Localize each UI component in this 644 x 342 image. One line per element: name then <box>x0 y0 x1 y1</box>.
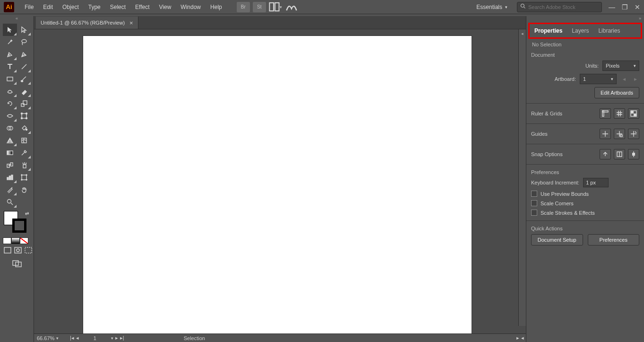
screen-mode-button[interactable] <box>0 257 34 272</box>
prev-artboard-icon[interactable]: ◂ <box>620 75 628 83</box>
bridge-icon[interactable]: Br <box>237 2 250 12</box>
pen-tool[interactable] <box>3 48 17 61</box>
swap-fill-stroke-icon[interactable]: ⇄ <box>25 211 29 216</box>
artboard[interactable] <box>83 36 472 333</box>
snap-grid-icon[interactable] <box>614 149 625 159</box>
curvature-tool[interactable] <box>17 48 31 61</box>
scale-tool[interactable] <box>17 97 31 110</box>
show-guides-icon[interactable] <box>600 129 611 139</box>
stock-icon[interactable]: St <box>253 2 266 12</box>
units-dropdown[interactable]: Pixels▾ <box>602 61 639 71</box>
menu-object[interactable]: Object <box>58 1 84 13</box>
live-paint-bucket-tool[interactable] <box>17 122 31 134</box>
grid-icon[interactable] <box>614 108 625 119</box>
line-segment-tool[interactable] <box>17 61 31 73</box>
perspective-grid-tool[interactable] <box>3 134 17 147</box>
column-graph-tool[interactable] <box>3 171 17 184</box>
eyedropper-tool[interactable] <box>17 147 31 159</box>
transparency-grid-icon[interactable] <box>628 108 639 119</box>
smart-guides-icon[interactable] <box>628 129 639 139</box>
fill-stroke-swatches[interactable]: ⇄ <box>0 208 34 237</box>
shape-builder-tool[interactable] <box>3 122 17 134</box>
artboard-tool[interactable] <box>17 171 31 184</box>
menu-select[interactable]: Select <box>105 1 130 13</box>
rectangle-tool[interactable] <box>3 73 17 85</box>
use-preview-bounds-row[interactable]: Use Preview Bounds <box>531 191 639 197</box>
toolbox-collapse-icon[interactable]: « <box>0 16 34 22</box>
expand-panels-icon[interactable]: ◂ <box>521 31 524 36</box>
document-tab[interactable]: Untitled-1 @ 66.67% (RGB/Preview) × <box>36 17 138 29</box>
type-tool[interactable] <box>3 61 17 73</box>
svg-rect-25 <box>23 165 26 168</box>
arrange-documents-icon[interactable]: ▾ <box>269 2 282 12</box>
slice-tool[interactable] <box>3 184 17 196</box>
ruler-icon[interactable] <box>600 108 611 119</box>
close-icon[interactable]: ✕ <box>635 3 640 11</box>
checkbox-icon[interactable] <box>531 210 537 216</box>
search-stock[interactable] <box>517 2 602 12</box>
menu-edit[interactable]: Edit <box>38 1 58 13</box>
eraser-tool[interactable] <box>17 85 31 97</box>
width-tool[interactable] <box>3 110 17 122</box>
lock-guides-icon[interactable] <box>614 129 625 139</box>
gpu-icon[interactable] <box>285 2 298 12</box>
snap-pixel-icon[interactable] <box>628 149 639 159</box>
edit-artboards-button[interactable]: Edit Artboards <box>594 87 639 98</box>
menu-help[interactable]: Help <box>206 1 227 13</box>
paintbrush-tool[interactable] <box>17 73 31 85</box>
menu-window[interactable]: Window <box>176 1 206 13</box>
scale-corners-row[interactable]: Scale Corners <box>531 200 639 206</box>
hscroll-left-icon[interactable]: ▸ <box>516 335 519 341</box>
snap-point-icon[interactable] <box>600 149 611 159</box>
draw-behind-icon[interactable] <box>14 247 22 255</box>
blend-tool[interactable] <box>3 159 17 171</box>
document-setup-button[interactable]: Document Setup <box>531 234 583 246</box>
keyboard-increment-input[interactable] <box>583 178 609 187</box>
color-mode-solid[interactable] <box>3 237 11 244</box>
draw-normal-icon[interactable] <box>4 247 11 255</box>
first-artboard-icon[interactable]: |◂ <box>70 335 74 341</box>
gradient-tool[interactable] <box>3 147 17 159</box>
mesh-tool[interactable] <box>17 134 31 147</box>
canvas[interactable]: ◂ <box>34 29 526 333</box>
lasso-tool[interactable] <box>17 36 31 48</box>
draw-inside-icon[interactable] <box>25 247 32 255</box>
menu-type[interactable]: Type <box>84 1 105 13</box>
last-artboard-icon[interactable]: ▸| <box>120 335 124 341</box>
magic-wand-tool[interactable] <box>3 36 17 48</box>
hscroll-right-icon[interactable]: ◂ <box>521 335 524 341</box>
zoom-tool[interactable] <box>3 196 17 208</box>
artboard-number[interactable]: 1 <box>81 335 109 341</box>
scale-strokes-row[interactable]: Scale Strokes & Effects <box>531 210 639 216</box>
minimize-icon[interactable]: — <box>609 3 615 11</box>
menu-effect[interactable]: Effect <box>130 1 154 13</box>
hand-tool[interactable] <box>17 184 31 196</box>
next-artboard-icon[interactable]: ▸ <box>632 75 639 83</box>
free-transform-tool[interactable] <box>17 110 31 122</box>
selection-tool[interactable] <box>3 24 17 36</box>
color-mode-gradient[interactable] <box>11 237 20 244</box>
zoom-level[interactable]: 66.67%▾ <box>34 335 67 341</box>
panel-collapse-icon[interactable]: » <box>526 16 644 22</box>
stroke-swatch[interactable] <box>12 219 26 233</box>
shaper-tool[interactable] <box>3 85 17 97</box>
tab-properties[interactable]: Properties <box>530 24 567 37</box>
checkbox-icon[interactable] <box>531 191 537 197</box>
tab-layers[interactable]: Layers <box>567 24 593 37</box>
color-mode-none[interactable] <box>20 237 28 244</box>
symbol-sprayer-tool[interactable] <box>17 159 31 171</box>
rotate-tool[interactable] <box>3 97 17 110</box>
next-artboard-icon[interactable]: ▸ <box>115 335 118 341</box>
tab-libraries[interactable]: Libraries <box>593 24 625 37</box>
direct-selection-tool[interactable] <box>17 24 31 36</box>
preferences-button[interactable]: Preferences <box>588 234 640 246</box>
search-input[interactable] <box>528 4 599 10</box>
maximize-icon[interactable]: ❐ <box>622 3 628 11</box>
workspace-switcher[interactable]: Essentials ▾ <box>472 2 512 12</box>
checkbox-icon[interactable] <box>531 200 537 206</box>
prev-artboard-icon[interactable]: ◂ <box>76 335 79 341</box>
close-tab-icon[interactable]: × <box>129 19 133 26</box>
artboard-dropdown[interactable]: 1▾ <box>580 74 617 84</box>
menu-view[interactable]: View <box>155 1 176 13</box>
menu-file[interactable]: File <box>20 1 38 13</box>
